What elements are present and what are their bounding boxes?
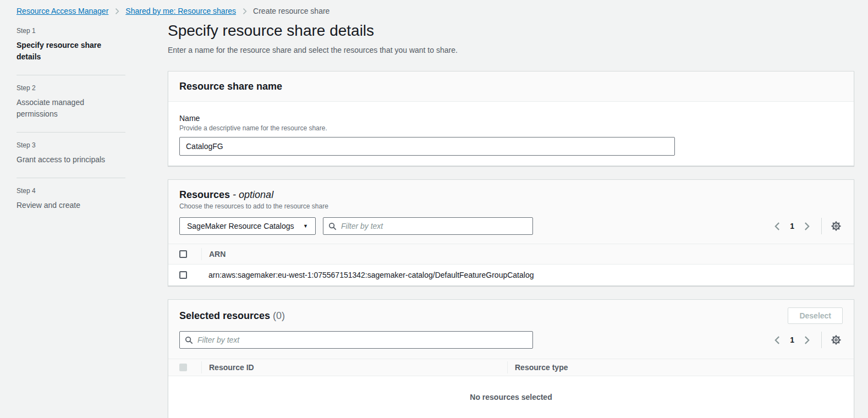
- table-row[interactable]: arn:aws:sagemaker:eu-west-1:075567151342…: [168, 265, 854, 285]
- column-header-resource-id: Resource ID: [209, 363, 507, 372]
- name-field-label: Name: [179, 114, 843, 123]
- table-settings-button[interactable]: [829, 333, 843, 346]
- chevron-right-icon: [113, 8, 120, 15]
- column-header-resource-type: Resource type: [515, 363, 568, 372]
- wizard-step-1-link[interactable]: Specify resource share details: [17, 40, 125, 63]
- resources-filter-box: [323, 217, 533, 235]
- main-content: Specify resource share details Enter a n…: [168, 18, 854, 418]
- selected-filter-box: [179, 331, 533, 349]
- wizard-step-4: Step 4 Review and create: [17, 178, 125, 223]
- step-number-label: Step 2: [17, 84, 125, 92]
- deselect-button[interactable]: Deselect: [788, 307, 843, 324]
- wizard-step-1: Step 1 Specify resource share details: [17, 18, 125, 75]
- gear-icon: [831, 221, 842, 232]
- search-icon: [185, 336, 193, 344]
- pagination: 1: [772, 332, 843, 348]
- wizard-step-3: Step 3 Grant access to principals: [17, 133, 125, 178]
- card-header: Selected resources (0) Deselect: [168, 300, 854, 359]
- card-title: Resource share name: [179, 80, 843, 92]
- selected-resources-card: Selected resources (0) Deselect: [168, 299, 854, 418]
- select-all-checkbox-disabled: [179, 364, 187, 371]
- page-title: Specify resource share details: [168, 21, 854, 41]
- empty-state-message: No resources selected: [168, 376, 854, 418]
- divider: [821, 218, 822, 234]
- card-header: Resources - optional Choose the resource…: [168, 180, 854, 244]
- card-description: Choose the resources to add to the resou…: [179, 202, 843, 210]
- current-page-number: 1: [790, 336, 794, 344]
- table-settings-button[interactable]: [829, 219, 843, 233]
- resource-type-select[interactable]: SageMaker Resource Catalogs ▼: [179, 217, 316, 235]
- resource-share-name-card: Resource share name Name Provide a descr…: [168, 71, 854, 166]
- card-title-text: Selected resources: [179, 310, 270, 321]
- table-header-row: ARN: [168, 244, 854, 265]
- name-field-description: Provide a descriptive name for the resou…: [179, 124, 843, 132]
- next-page-button[interactable]: [801, 221, 812, 232]
- step-number-label: Step 1: [17, 27, 125, 35]
- arn-cell: arn:aws:sagemaker:eu-west-1:075567151342…: [208, 271, 534, 279]
- column-header-arn: ARN: [209, 250, 226, 258]
- card-header: Resource share name: [168, 72, 854, 102]
- current-page-number: 1: [790, 222, 794, 230]
- selected-filter-input[interactable]: [197, 336, 528, 344]
- divider: [821, 332, 822, 348]
- chevron-left-icon: [773, 336, 782, 345]
- card-title: Resources - optional: [179, 189, 843, 201]
- breadcrumb-shared-by-me[interactable]: Shared by me: Resource shares: [125, 7, 236, 15]
- chevron-left-icon: [773, 222, 782, 231]
- optional-label: - optional: [233, 189, 273, 200]
- column-divider: [201, 248, 202, 260]
- card-body: Name Provide a descriptive name for the …: [168, 102, 854, 166]
- wizard-step-4-link[interactable]: Review and create: [17, 200, 125, 211]
- column-divider: [201, 361, 202, 373]
- resource-type-selected-value: SageMaker Resource Catalogs: [187, 222, 294, 230]
- row-checkbox[interactable]: [179, 271, 187, 279]
- selected-count: (0): [273, 310, 285, 321]
- select-all-checkbox[interactable]: [179, 250, 187, 258]
- caret-down-icon: ▼: [303, 223, 308, 229]
- next-page-button[interactable]: [801, 334, 812, 346]
- page-description: Enter a name for the resource share and …: [168, 46, 854, 54]
- page-content: Step 1 Specify resource share details St…: [0, 18, 868, 418]
- wizard-step-2-link[interactable]: Associate managed permissions: [17, 97, 125, 120]
- table-controls: 1: [179, 331, 843, 349]
- breadcrumb: Resource Access Manager Shared by me: Re…: [0, 0, 868, 15]
- wizard-step-nav: Step 1 Specify resource share details St…: [17, 18, 125, 223]
- breadcrumb-resource-access-manager[interactable]: Resource Access Manager: [17, 7, 108, 15]
- step-number-label: Step 4: [17, 187, 125, 195]
- chevron-right-icon: [241, 8, 248, 15]
- search-icon: [328, 222, 337, 230]
- previous-page-button[interactable]: [772, 334, 783, 346]
- chevron-right-icon: [802, 336, 811, 345]
- breadcrumb-current: Create resource share: [253, 7, 329, 15]
- table-controls: SageMaker Resource Catalogs ▼ 1: [179, 217, 843, 235]
- pagination: 1: [772, 218, 843, 234]
- card-title-row: Selected resources (0) Deselect: [179, 307, 843, 324]
- resources-card: Resources - optional Choose the resource…: [168, 179, 854, 286]
- wizard-step-3-link[interactable]: Grant access to principals: [17, 154, 125, 166]
- wizard-step-2: Step 2 Associate managed permissions: [17, 75, 125, 133]
- resources-filter-input[interactable]: [341, 222, 528, 230]
- card-title: Selected resources (0): [179, 310, 285, 322]
- name-input[interactable]: [179, 137, 675, 156]
- table-header-row: Resource ID Resource type: [168, 359, 854, 376]
- chevron-right-icon: [802, 222, 811, 231]
- card-title-text: Resources: [179, 189, 230, 200]
- column-divider: [507, 361, 508, 373]
- step-number-label: Step 3: [17, 141, 125, 149]
- previous-page-button[interactable]: [772, 221, 783, 232]
- gear-icon: [831, 334, 842, 345]
